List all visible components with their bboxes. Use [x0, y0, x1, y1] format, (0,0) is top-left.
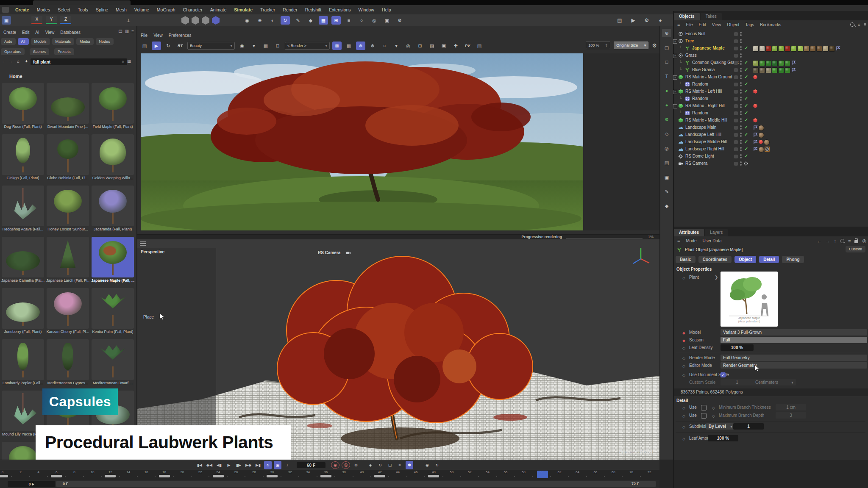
sphere-icon[interactable]: ● — [662, 86, 671, 95]
subdivision-mode-dropdown[interactable]: By Level▾ — [706, 423, 735, 430]
quantize-icon[interactable]: ≡ — [344, 16, 353, 25]
object-row[interactable]: RS Dome Light✓ — [674, 153, 868, 160]
object-row[interactable]: Landscape Left Hill✓ — [674, 131, 868, 139]
menu-modes[interactable]: Modes — [37, 7, 50, 12]
rs-camera-icon[interactable] — [346, 250, 351, 255]
asset-thumbnail[interactable] — [47, 186, 89, 226]
om-tab-objects[interactable]: Objects — [674, 13, 700, 20]
workplane-icon[interactable]: ○ — [357, 16, 366, 25]
material-swatch[interactable] — [785, 46, 790, 52]
edit-render-settings-icon[interactable]: ⚙ — [642, 16, 651, 25]
rs-tag[interactable] — [753, 103, 758, 108]
menu-animate[interactable]: Animate — [210, 7, 227, 12]
window-tab[interactable] — [33, 0, 131, 5]
attr-lock-icon[interactable] — [854, 240, 858, 243]
menu-mesh[interactable]: Mesh — [116, 7, 127, 12]
add-snapshot-icon[interactable]: ✚ — [451, 42, 460, 50]
material-swatch[interactable] — [785, 60, 790, 66]
visibility-square[interactable] — [734, 126, 738, 130]
flag-tag[interactable] — [753, 139, 758, 144]
material-swatch[interactable] — [765, 67, 771, 73]
enabled-check-icon[interactable]: ✓ — [744, 139, 748, 144]
asset-thumbnail[interactable] — [2, 288, 44, 329]
visibility-square[interactable] — [734, 147, 738, 151]
attr-menu-mode[interactable]: Mode — [686, 238, 696, 243]
menu-tracker[interactable]: Tracker — [260, 7, 275, 12]
prev-frame-button[interactable]: ◀▮ — [215, 461, 223, 469]
coord-system-icon[interactable]: ◆ — [306, 16, 315, 25]
om-menu-file[interactable]: File — [686, 22, 693, 27]
flag-tag[interactable] — [753, 125, 758, 130]
visibility-dots[interactable] — [740, 68, 742, 73]
asset-thumbnail[interactable] — [92, 288, 134, 329]
softbody-hex-icon[interactable] — [212, 16, 220, 25]
material-swatch[interactable] — [778, 60, 784, 66]
material-swatch[interactable] — [765, 46, 771, 52]
filter-tab-media[interactable]: Media — [76, 38, 94, 45]
visibility-dots[interactable] — [740, 75, 742, 80]
enabled-check-icon[interactable]: ✓ — [744, 153, 748, 159]
texture-ball-tag[interactable] — [758, 125, 764, 131]
range-start-field[interactable]: 0 F — [8, 481, 55, 487]
enabled-check-icon[interactable]: ✓ — [744, 103, 748, 108]
visibility-square[interactable] — [734, 68, 738, 72]
enabled-check-icon[interactable]: ✓ — [744, 96, 748, 101]
snapshot-icon[interactable]: ▣ — [439, 42, 448, 50]
rv-settings-gear-icon[interactable]: ⚙ — [652, 42, 657, 49]
material-swatch[interactable] — [797, 46, 803, 52]
flag-tag[interactable] — [791, 67, 796, 72]
menu-redshift[interactable]: Redshift — [305, 7, 322, 12]
asset-thumbnail[interactable] — [92, 339, 134, 380]
object-row[interactable]: └Random✓ — [674, 110, 868, 117]
browser-menu-icon[interactable]: ≡ — [131, 29, 134, 33]
grid-view-icon[interactable]: ▤ — [118, 29, 122, 33]
ab-menu-ai[interactable]: AI — [35, 30, 39, 35]
menu-create[interactable]: Create — [15, 7, 29, 12]
section-tab-basic[interactable]: Basic — [676, 256, 696, 263]
material-swatch[interactable] — [772, 46, 778, 52]
object-row[interactable]: Focus Null — [674, 30, 868, 38]
attr-search-icon[interactable] — [840, 239, 844, 243]
redshift-icon[interactable]: ● — [656, 16, 665, 25]
focus-icon[interactable]: ◎ — [403, 42, 413, 50]
texture-ball-tag[interactable] — [764, 139, 770, 145]
filter-tab-presets[interactable]: Presets — [54, 48, 74, 55]
layers-icon[interactable]: ▤ — [662, 158, 671, 167]
material-swatch[interactable] — [759, 46, 765, 52]
enabled-check-icon[interactable]: ✓ — [744, 60, 748, 65]
axis-tool-icon[interactable]: ⊥ — [124, 16, 133, 25]
material-swatch[interactable] — [816, 46, 822, 52]
flag-tag[interactable] — [835, 46, 840, 51]
om-home-icon[interactable]: ⌂ — [858, 22, 860, 27]
object-row[interactable]: −RS Matrix - Main Ground✓ — [674, 74, 868, 81]
viewport-menu-icon[interactable] — [140, 241, 146, 246]
key-position-button[interactable]: ◈ — [367, 461, 374, 469]
filter-tab-models[interactable]: Models — [31, 38, 50, 45]
ab-menu-databases[interactable]: Databases — [60, 30, 81, 35]
material-swatch[interactable] — [759, 67, 765, 73]
ban-tag[interactable] — [765, 147, 770, 152]
visibility-square[interactable] — [734, 75, 738, 79]
rope-hex-icon[interactable] — [202, 16, 209, 25]
sound-button[interactable]: ♪ — [284, 461, 291, 469]
enabled-check-icon[interactable]: ✓ — [744, 81, 748, 87]
filter-tab-all[interactable]: All — [18, 38, 29, 45]
plant-thumbnail[interactable]: Japanese Maple (Acer palmatum) — [721, 272, 778, 327]
render-mode-dropdown[interactable]: Full Geometry — [721, 355, 867, 361]
visibility-dots[interactable] — [740, 154, 742, 159]
object-row[interactable]: └Blue Grama✓ — [674, 67, 868, 74]
key-scale-button[interactable]: ▢ — [386, 461, 394, 469]
visibility-square[interactable] — [734, 97, 738, 101]
visibility-square[interactable] — [734, 83, 738, 86]
search-input[interactable]: fall plant ✕ — [31, 58, 127, 65]
rv-menu-preferences[interactable]: Preferences — [169, 33, 192, 38]
asset-thumbnail[interactable] — [2, 83, 44, 124]
frame-icon[interactable]: ▢ — [662, 43, 671, 52]
object-row[interactable]: └Random✓ — [674, 95, 868, 103]
asset-thumbnail[interactable] — [2, 186, 44, 226]
key-pla-button[interactable]: ✱ — [406, 461, 413, 469]
asset-thumbnail[interactable] — [47, 237, 89, 277]
material-swatch[interactable] — [804, 46, 810, 52]
plant-expand-chevron[interactable]: ❯ — [715, 275, 718, 280]
filter-grid-icon[interactable]: ▦ — [127, 59, 131, 64]
